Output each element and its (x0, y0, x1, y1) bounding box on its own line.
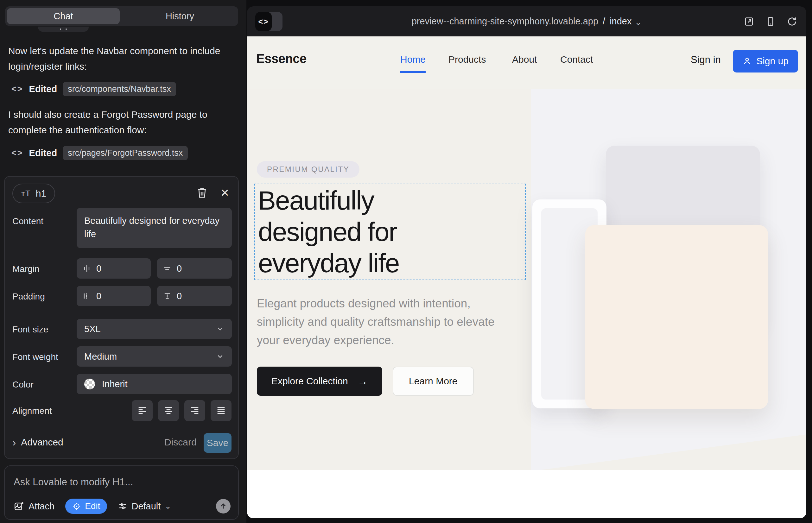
preview-window: <> preview--charming-site-symphony.lovab… (247, 6, 806, 518)
margin-x-input[interactable] (96, 264, 134, 274)
sign-in-link[interactable]: Sign in (691, 54, 721, 66)
type-icon: тT (21, 189, 31, 198)
open-external-button[interactable] (744, 16, 754, 27)
edited-file-row[interactable]: <> Edited src/pages/ForgotPassword.tsx (12, 146, 188, 160)
nav-link-home[interactable]: Home (400, 54, 426, 73)
attach-image-icon (14, 501, 24, 511)
url-host: preview--charming-site-symphony.lovable.… (412, 16, 598, 26)
file-path-chip[interactable]: src/components/Navbar.tsx (63, 82, 176, 96)
site-logo[interactable]: Essence (256, 52, 306, 66)
margin-label: Margin (12, 264, 40, 274)
padding-y-input[interactable] (177, 291, 215, 301)
edited-label: Edited (29, 148, 57, 158)
sliders-icon (118, 502, 127, 511)
discard-button[interactable]: Discard (164, 437, 197, 448)
content-label: Content (12, 216, 43, 227)
color-field[interactable]: Inherit (77, 374, 232, 394)
edit-mode-button[interactable]: Edit (65, 499, 107, 514)
refresh-icon (787, 16, 797, 27)
align-justify-icon (216, 405, 226, 416)
chat-composer: Attach Edit Default (4, 465, 239, 520)
url-page: index (610, 16, 632, 26)
default-label: Default (131, 501, 161, 511)
url-bar[interactable]: preview--charming-site-symphony.lovable.… (247, 6, 806, 36)
sign-up-button[interactable]: Sign up (733, 50, 798, 72)
learn-more-button[interactable]: Learn More (393, 366, 474, 396)
align-right-button[interactable] (184, 400, 205, 421)
color-value: Inherit (102, 379, 128, 390)
color-swatch-icon (84, 379, 95, 390)
hero-description: Elegant products designed with intention… (257, 294, 516, 349)
external-link-icon (744, 16, 754, 27)
collapsed-chip-partial[interactable] (38, 26, 89, 32)
padding-x-input[interactable] (96, 291, 134, 301)
url-separator: / (603, 16, 605, 26)
padding-y-field (157, 286, 232, 306)
padding-horizontal-icon (82, 292, 91, 301)
preview-toolbar: <> preview--charming-site-symphony.lovab… (247, 6, 806, 36)
edited-file-row[interactable]: <> Edited src/components/Navbar.tsx (12, 82, 176, 96)
align-center-button[interactable] (158, 400, 179, 421)
alignment-label: Alignment (12, 406, 52, 416)
content-input[interactable]: Beautifully designed for everyday life (77, 208, 232, 248)
file-path-chip[interactable]: src/pages/ForgotPassword.tsx (63, 146, 188, 160)
tab-chat[interactable]: Chat (7, 8, 120, 24)
font-size-value: 5XL (84, 324, 101, 334)
arrow-right-icon: → (357, 376, 368, 387)
decorative-card-cream (585, 225, 768, 409)
sign-up-label: Sign up (756, 56, 789, 67)
chevron-down-icon (216, 353, 224, 361)
align-right-icon (189, 405, 200, 416)
refresh-button[interactable] (787, 16, 797, 27)
nav-link-about[interactable]: About (512, 54, 537, 65)
tab-history[interactable]: History (124, 8, 236, 24)
save-button[interactable]: Save (204, 433, 231, 453)
hero-heading[interactable]: Beautifully designed for everyday life (258, 185, 399, 279)
font-weight-select[interactable]: Medium (77, 346, 232, 366)
explore-collection-button[interactable]: Explore Collection → (257, 366, 382, 396)
site-navbar: Essence Home Products About Contact Sign… (247, 36, 806, 89)
align-left-icon (137, 405, 147, 416)
code-icon: <> (12, 148, 23, 158)
align-justify-button[interactable] (211, 400, 231, 421)
attach-label: Attach (29, 501, 54, 511)
hero-cta-row: Explore Collection → Learn More (257, 366, 474, 396)
margin-vertical-icon (163, 264, 172, 273)
advanced-toggle[interactable]: › Advanced (12, 437, 63, 448)
selected-element-badge: тT h1 (12, 184, 55, 203)
element-tag: h1 (36, 188, 46, 199)
user-icon (742, 56, 752, 66)
close-editor-button[interactable]: ✕ (217, 185, 232, 200)
assistant-message: Now let's update the Navbar component to… (8, 43, 233, 74)
chevron-down-icon: ⌄ (165, 502, 171, 511)
lovable-sidebar: Chat History Now let's update the Navbar… (0, 0, 246, 523)
hero-section: PREMIUM QUALITY Beautifully designed for… (247, 89, 806, 470)
align-left-button[interactable] (132, 400, 153, 421)
advanced-label: Advanced (21, 437, 63, 448)
margin-y-input[interactable] (177, 264, 215, 274)
attach-button[interactable]: Attach (14, 501, 54, 511)
delete-element-button[interactable] (195, 185, 209, 200)
assistant-message: I should also create a Forgot Password p… (8, 107, 233, 138)
hero-heading-line: everyday life (258, 248, 399, 279)
padding-x-field (77, 286, 151, 306)
selection-outline[interactable]: Beautifully designed for everyday life (254, 184, 526, 280)
element-editor-panel: тT h1 ✕ Content Beautifully designed for… (4, 176, 239, 459)
font-size-label: Font size (12, 325, 49, 335)
composer-input[interactable] (14, 475, 229, 489)
app-root: Chat History Now let's update the Navbar… (0, 0, 812, 523)
model-default-button[interactable]: Default ⌄ (118, 501, 171, 511)
color-label: Color (12, 380, 34, 390)
font-weight-value: Medium (84, 351, 117, 362)
font-weight-label: Font weight (12, 352, 58, 362)
crosshair-icon (72, 502, 81, 511)
font-size-select[interactable]: 5XL (77, 319, 232, 339)
send-button[interactable] (216, 499, 231, 513)
nav-link-products[interactable]: Products (448, 54, 486, 65)
nav-link-contact[interactable]: Contact (560, 54, 593, 65)
margin-horizontal-icon (82, 264, 91, 273)
chevron-right-icon: › (12, 437, 16, 447)
mobile-view-button[interactable] (765, 16, 776, 27)
code-icon: <> (12, 84, 23, 94)
edit-label: Edit (85, 501, 100, 511)
